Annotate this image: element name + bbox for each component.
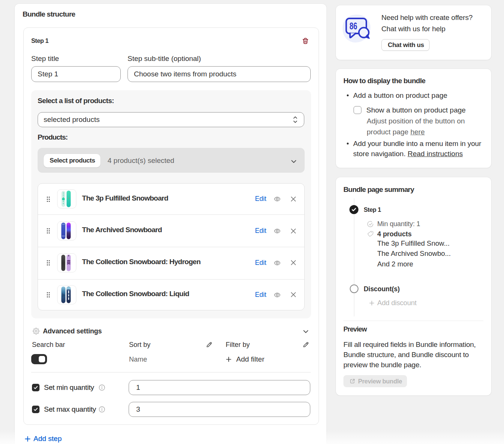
svg-text:86: 86 <box>349 21 357 31</box>
